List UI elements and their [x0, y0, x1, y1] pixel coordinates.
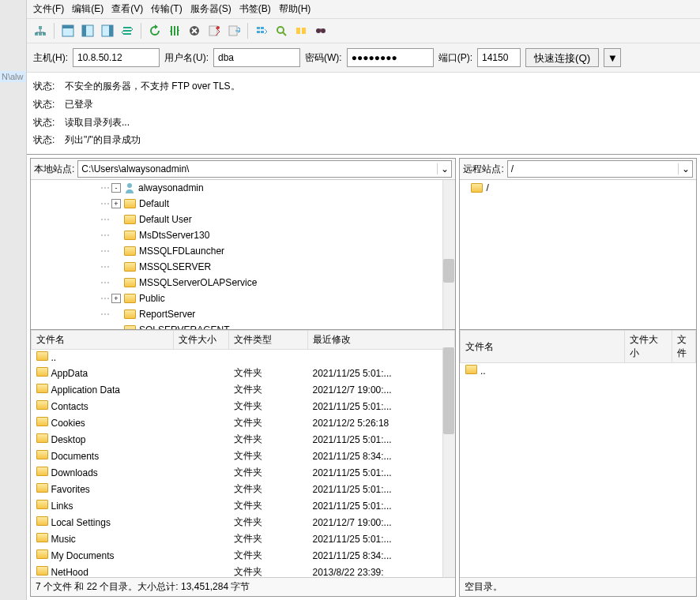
tree-item[interactable]: ⋯MSSQLServerOLAPService	[31, 275, 455, 291]
message-log[interactable]: 状态:不安全的服务器，不支持 FTP over TLS。 状态:已登录 状态:读…	[27, 73, 700, 155]
tree-item-label: Default User	[139, 214, 192, 225]
tree-item[interactable]: ⋯SQLSERVERAGENT	[31, 322, 455, 330]
list-item[interactable]: Application Data文件夹2021/12/7 19:00:...	[32, 381, 455, 398]
tree-item-label: SQLSERVERAGENT	[139, 324, 229, 330]
list-item[interactable]: Local Settings文件夹2021/12/7 19:00:...	[32, 514, 455, 531]
tree-item-label: MsDtsServer130	[139, 230, 209, 241]
toggle-queue-icon[interactable]	[119, 22, 136, 39]
disconnect-icon[interactable]	[205, 22, 223, 39]
tree-item[interactable]: ⋯Default User	[31, 212, 455, 227]
sidebar-entry[interactable]: N\alw	[0, 71, 26, 82]
list-item[interactable]: Music文件夹2021/11/25 5:01:...	[32, 531, 455, 547]
tree-item[interactable]: ⋯MsDtsServer130	[31, 227, 455, 243]
log-line: 已登录	[65, 99, 93, 110]
toggle-log-icon[interactable]	[59, 22, 77, 39]
list-item[interactable]: AppData文件夹2021/11/25 5:01:...	[32, 365, 455, 381]
menu-bookmarks[interactable]: 书签(B)	[239, 2, 271, 16]
svg-rect-14	[257, 27, 260, 29]
menu-server[interactable]: 服务器(S)	[190, 2, 231, 16]
compare-icon[interactable]	[292, 22, 310, 39]
user-label: 用户名(U):	[164, 51, 209, 65]
process-queue-icon[interactable]	[166, 22, 183, 39]
list-item[interactable]: NetHood文件夹2013/8/22 23:39:	[32, 564, 455, 577]
search-icon[interactable]	[273, 22, 290, 39]
host-input[interactable]	[73, 48, 160, 67]
pass-input[interactable]	[347, 48, 434, 67]
menu-help[interactable]: 帮助(H)	[279, 2, 311, 16]
menu-edit[interactable]: 编辑(E)	[72, 2, 103, 16]
list-item[interactable]: My Documents文件夹2021/11/25 8:34:...	[32, 547, 455, 564]
list-item[interactable]: Favorites文件夹2021/11/25 5:01:...	[32, 481, 455, 497]
local-site-label: 本地站点:	[34, 163, 74, 176]
folder-icon	[36, 400, 48, 410]
folder-icon	[36, 384, 48, 393]
tree-item[interactable]: /	[460, 180, 696, 196]
svg-point-12	[216, 26, 220, 29]
find-icon[interactable]	[312, 22, 329, 39]
col-size[interactable]: 文件大小	[174, 331, 229, 350]
remote-tree[interactable]: /	[460, 180, 696, 330]
refresh-icon[interactable]	[146, 22, 164, 39]
menu-view[interactable]: 查看(V)	[111, 2, 143, 16]
menu-file[interactable]: 文件(F)	[33, 2, 64, 16]
folder-icon	[36, 500, 48, 509]
scrollbar[interactable]	[442, 180, 455, 329]
port-input[interactable]	[477, 48, 521, 67]
reconnect-icon[interactable]	[225, 22, 243, 39]
log-key: 状态:	[33, 114, 65, 132]
list-item[interactable]: Desktop文件夹2021/11/25 5:01:...	[32, 431, 455, 448]
col-mtime[interactable]: 最近修改	[308, 331, 455, 350]
folder-icon	[471, 183, 483, 193]
list-item[interactable]: Cookies文件夹2021/12/2 5:26:18	[32, 414, 455, 431]
left-sidebar: N\alw	[0, 0, 27, 600]
tree-item[interactable]: ⋯+Public	[31, 291, 455, 306]
cancel-icon[interactable]	[186, 22, 203, 39]
user-input[interactable]	[213, 48, 300, 67]
folder-icon	[36, 351, 48, 361]
local-tree[interactable]: ⋯-alwaysonadmin⋯+Default⋯Default User⋯Ms…	[31, 180, 455, 330]
log-key: 状态:	[33, 96, 65, 114]
tree-item[interactable]: ⋯MSSQLFDLauncher	[31, 243, 455, 259]
tree-item[interactable]: ⋯-alwaysonadmin	[31, 180, 455, 196]
list-item[interactable]: Links文件夹2021/11/25 5:01:...	[32, 497, 455, 514]
svg-point-18	[277, 27, 284, 33]
list-item-up[interactable]: ..	[461, 363, 696, 379]
svg-rect-5	[62, 25, 73, 28]
col-type[interactable]: 文件	[672, 331, 696, 363]
svg-rect-20	[302, 28, 306, 34]
svg-point-23	[127, 183, 132, 188]
tree-collapser-icon[interactable]: +	[111, 294, 121, 303]
col-type[interactable]: 文件类型	[229, 331, 308, 350]
local-path-dropdown[interactable]: ⌄	[437, 163, 451, 174]
user-icon	[124, 182, 135, 193]
local-path-input[interactable]	[78, 162, 437, 176]
scrollbar[interactable]	[442, 347, 455, 577]
col-size[interactable]: 文件大小	[625, 331, 672, 363]
remote-filelist[interactable]: 文件名 文件大小 文件 ..	[460, 330, 696, 577]
col-name[interactable]: 文件名	[32, 331, 174, 350]
svg-rect-19	[296, 28, 300, 34]
folder-icon	[36, 483, 48, 493]
tree-collapser-icon[interactable]: -	[111, 183, 121, 193]
local-filelist[interactable]: 文件名 文件大小 文件类型 最近修改 .. AppData文件夹2021/11/…	[31, 330, 455, 577]
remote-path-dropdown[interactable]: ⌄	[678, 163, 692, 174]
toggle-local-tree-icon[interactable]	[79, 22, 96, 39]
tree-item[interactable]: ⋯MSSQLSERVER	[31, 259, 455, 275]
tree-item[interactable]: ⋯ReportServer	[31, 306, 455, 322]
folder-icon	[124, 246, 136, 256]
list-item[interactable]: Documents文件夹2021/11/25 8:34:...	[32, 448, 455, 464]
list-item[interactable]: Downloads文件夹2021/11/25 5:01:...	[32, 464, 455, 481]
list-item[interactable]: Contacts文件夹2021/11/25 5:01:...	[32, 398, 455, 414]
tree-item[interactable]: ⋯+Default	[31, 196, 455, 212]
site-manager-icon[interactable]	[32, 22, 49, 39]
toggle-remote-tree-icon[interactable]	[99, 22, 116, 39]
tree-collapser-icon[interactable]: +	[111, 199, 121, 208]
host-label: 主机(H):	[33, 51, 68, 65]
menu-transfer[interactable]: 传输(T)	[151, 2, 182, 16]
list-item-up[interactable]: ..	[32, 350, 455, 366]
filter-icon[interactable]	[253, 22, 270, 39]
quickconnect-dropdown[interactable]: ▼	[604, 48, 621, 67]
quickconnect-button[interactable]: 快速连接(Q)	[525, 48, 599, 67]
col-name[interactable]: 文件名	[461, 331, 625, 363]
remote-path-input[interactable]	[508, 162, 678, 176]
